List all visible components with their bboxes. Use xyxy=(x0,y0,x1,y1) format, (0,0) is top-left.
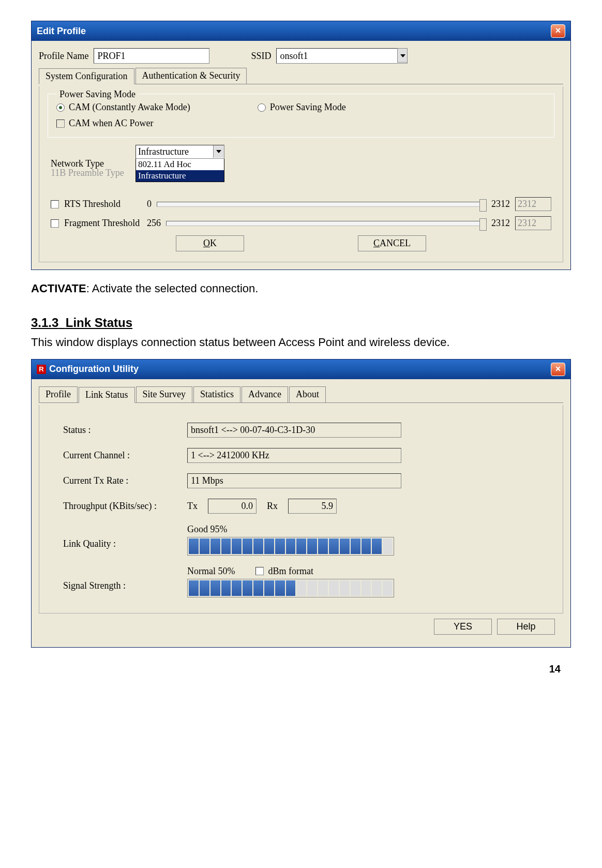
link-quality-label: Link Quality : xyxy=(63,524,187,549)
configuration-utility-window: R Configuration Utility × Profile Link S… xyxy=(31,359,571,648)
radio-cam[interactable] xyxy=(56,103,65,112)
rx-value: 5.9 xyxy=(288,499,337,514)
rts-min: 0 xyxy=(147,199,152,209)
chevron-down-icon[interactable] xyxy=(397,48,408,63)
signal-strength-text: Normal 50% xyxy=(187,566,235,577)
section-number: 3.1.3 xyxy=(31,316,58,330)
txrate-value: 11 Mbps xyxy=(187,473,401,488)
power-saving-fieldset: Power Saving Mode CAM (Constantly Awake … xyxy=(48,94,554,138)
profile-name-input[interactable] xyxy=(94,48,209,64)
rts-threshold-row: RTS Threshold 0 2312 2312 xyxy=(51,197,551,211)
signal-strength-label: Signal Strength : xyxy=(63,566,187,591)
radio-psm[interactable] xyxy=(258,103,266,112)
network-type-dropdown[interactable]: Infrastructure xyxy=(136,145,224,159)
tab-auth-security[interactable]: Authentication & Security xyxy=(136,68,247,84)
fragment-label: Fragment Threshold xyxy=(64,218,142,229)
section-title: Link Status xyxy=(66,316,132,330)
fragment-max: 2312 xyxy=(491,218,510,229)
slider-thumb-icon[interactable] xyxy=(479,199,487,212)
edit-profile-window: Edit Profile × Profile Name SSID System … xyxy=(31,21,571,270)
config-utility-titlebar: R Configuration Utility × xyxy=(32,360,570,379)
profile-name-label: Profile Name xyxy=(39,51,88,62)
ssid-combo[interactable] xyxy=(276,48,408,64)
edit-profile-title: Edit Profile xyxy=(37,26,86,37)
config-utility-title: Configuration Utility xyxy=(49,364,139,375)
doc-paragraph-activate: ACTIVATE: Activate the selected connecti… xyxy=(31,280,571,297)
close-icon[interactable]: × xyxy=(551,24,565,38)
rts-slider[interactable] xyxy=(157,202,486,207)
ok-button[interactable]: OK xyxy=(176,235,244,251)
cancel-button[interactable]: CANCEL xyxy=(358,235,426,251)
channel-label: Current Channel : xyxy=(63,450,187,461)
radio-cam-label: CAM (Constantly Awake Mode) xyxy=(69,102,190,113)
network-type-option-list: 802.11 Ad Hoc Infrastructure xyxy=(136,158,224,182)
config-utility-tabs: Profile Link Status Site Survey Statisti… xyxy=(39,386,563,403)
app-icon: R xyxy=(37,365,46,374)
rts-max: 2312 xyxy=(491,199,510,209)
txrate-label: Current Tx Rate : xyxy=(63,475,187,486)
preamble-type-label: 11B Preamble Type xyxy=(51,168,128,178)
section-heading: 3.1.3 Link Status xyxy=(31,316,571,330)
edit-profile-titlebar: Edit Profile × xyxy=(32,21,570,41)
rts-label: RTS Threshold xyxy=(64,199,142,209)
dbm-format-label: dBm format xyxy=(268,566,313,577)
network-type-option-adhoc[interactable]: 802.11 Ad Hoc xyxy=(136,159,224,170)
tab-profile[interactable]: Profile xyxy=(39,386,78,402)
link-status-panel: Status : bnsoft1 <--> 00-07-40-C3-1D-30 … xyxy=(39,405,563,613)
tab-statistics[interactable]: Statistics xyxy=(193,386,240,402)
fragment-slider[interactable] xyxy=(166,221,486,226)
tx-value: 0.0 xyxy=(208,499,257,514)
tab-about[interactable]: About xyxy=(289,386,326,402)
page-number: 14 xyxy=(31,663,571,675)
radio-psm-label: Power Saving Mode xyxy=(270,102,346,113)
checkbox-fragment[interactable] xyxy=(51,219,59,228)
link-quality-bar xyxy=(187,537,394,556)
tab-site-survey[interactable]: Site Survey xyxy=(136,386,193,402)
checkbox-dbm-format[interactable] xyxy=(255,567,264,575)
ssid-input[interactable] xyxy=(276,48,408,64)
power-saving-legend: Power Saving Mode xyxy=(56,89,139,100)
link-quality-text: Good 95% xyxy=(187,524,394,535)
tab-link-status[interactable]: Link Status xyxy=(79,387,135,403)
fragment-min: 256 xyxy=(147,218,161,229)
slider-thumb-icon[interactable] xyxy=(479,218,487,231)
edit-profile-tabs: System Configuration Authentication & Se… xyxy=(39,68,563,84)
rx-label: Rx xyxy=(267,501,278,512)
status-label: Status : xyxy=(63,425,187,436)
status-value: bnsoft1 <--> 00-07-40-C3-1D-30 xyxy=(187,423,401,438)
signal-strength-bar xyxy=(187,579,394,597)
activate-desc: : Activate the selected connection. xyxy=(86,282,259,295)
activate-label: ACTIVATE xyxy=(31,282,86,295)
chevron-down-icon[interactable] xyxy=(213,145,224,158)
throughput-label: Throughput (KBits/sec) : xyxy=(63,501,187,512)
yes-button[interactable]: YES xyxy=(434,619,492,635)
section-body: This window displays connection status b… xyxy=(31,334,571,351)
network-type-option-infra[interactable]: Infrastructure xyxy=(136,170,224,182)
system-config-panel: Power Saving Mode CAM (Constantly Awake … xyxy=(39,86,563,262)
fragment-threshold-row: Fragment Threshold 256 2312 2312 xyxy=(51,216,551,230)
tx-label: Tx xyxy=(187,501,198,512)
channel-value: 1 <--> 2412000 KHz xyxy=(187,448,401,463)
tab-advance[interactable]: Advance xyxy=(242,386,288,402)
checkbox-cam-ac[interactable] xyxy=(56,119,65,128)
close-icon[interactable]: × xyxy=(551,363,565,376)
rts-value: 2312 xyxy=(515,197,551,211)
fragment-value: 2312 xyxy=(515,216,551,230)
network-type-value: Infrastructure xyxy=(136,145,224,158)
tab-system-configuration[interactable]: System Configuration xyxy=(39,68,134,84)
checkbox-rts[interactable] xyxy=(51,200,59,208)
cam-when-ac-label: CAM when AC Power xyxy=(69,118,154,129)
ssid-label: SSID xyxy=(251,51,271,62)
help-button[interactable]: Help xyxy=(497,619,555,635)
